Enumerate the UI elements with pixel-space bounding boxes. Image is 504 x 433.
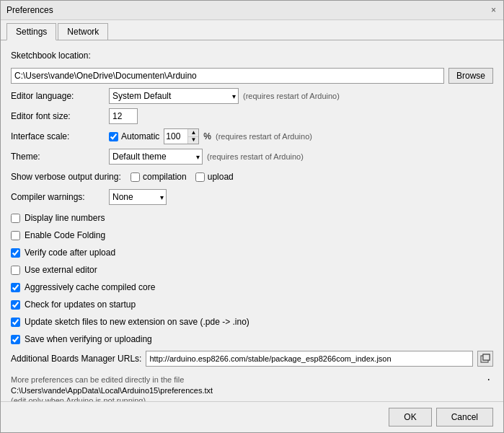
verbose-compilation-checkbox[interactable] <box>131 172 140 182</box>
footer-edit-note: (edit only when Arduino is not running) <box>11 395 493 402</box>
bottom-bar: OK Cancel <box>1 401 503 432</box>
check-updates-checkbox[interactable] <box>11 300 20 310</box>
display-line-label: Display line numbers <box>25 213 105 223</box>
cancel-button[interactable]: Cancel <box>436 408 493 427</box>
title-bar: Preferences × <box>1 1 503 20</box>
editor-font-input[interactable] <box>109 108 138 124</box>
scale-spinner: ▲ ▼ <box>164 128 199 144</box>
verbose-label: Show verbose output during: <box>11 172 126 182</box>
spinner-buttons: ▲ ▼ <box>187 129 198 144</box>
checkbox-update-sketch-row: Update sketch files to new extension on … <box>11 315 493 329</box>
checkbox-check-updates-row: Check for updates on startup <box>11 297 493 312</box>
theme-select[interactable]: Default theme <box>109 149 203 165</box>
interface-scale-note: (requires restart of Arduino) <box>216 132 312 141</box>
save-verify-checkbox[interactable] <box>11 335 20 344</box>
auto-scale-checkbox[interactable] <box>109 132 118 141</box>
svg-rect-2 <box>483 354 490 360</box>
tab-settings[interactable]: Settings <box>6 23 56 40</box>
preferences-window: Preferences × Settings Network Sketchboo… <box>0 0 504 433</box>
spinner-up-btn[interactable]: ▲ <box>188 129 198 137</box>
update-sketch-label: Update sketch files to new extension on … <box>25 317 249 327</box>
close-button[interactable]: × <box>490 6 498 14</box>
editor-font-row: Editor font size: <box>11 108 493 124</box>
cache-core-label: Aggressively cache compiled core <box>25 282 155 292</box>
checkbox-external-editor-row: Use external editor <box>11 263 493 277</box>
theme-label: Theme: <box>11 152 105 162</box>
verbose-upload-checkbox[interactable] <box>195 172 205 182</box>
theme-row: Theme: Default theme (requires restart o… <box>11 149 493 165</box>
sketchbook-input-row: Browse <box>11 68 493 84</box>
tab-network[interactable]: Network <box>58 23 108 40</box>
external-link-icon <box>480 354 490 364</box>
boards-url-icon-button[interactable] <box>477 351 493 367</box>
settings-content: Sketchbook location: Browse Editor langu… <box>1 40 503 401</box>
window-title: Preferences <box>6 5 53 15</box>
checkbox-display-line-row: Display line numbers <box>11 211 493 225</box>
cache-core-checkbox[interactable] <box>11 283 20 292</box>
upload-check-wrapper: upload <box>195 172 234 182</box>
check-updates-label: Check for updates on startup <box>25 299 136 310</box>
boards-url-input[interactable] <box>146 351 473 367</box>
sketchbook-input[interactable] <box>11 68 444 84</box>
compiler-warnings-label: Compiler warnings: <box>11 192 105 202</box>
sketchbook-row: Sketchbook location: <box>11 48 493 64</box>
compilation-label: compilation <box>143 172 187 182</box>
compiler-warnings-select[interactable]: None Default More All <box>109 189 167 205</box>
ok-button[interactable]: OK <box>389 408 431 427</box>
compilation-check-wrapper: compilation <box>131 172 187 182</box>
browse-button[interactable]: Browse <box>448 68 493 84</box>
tabs-bar: Settings Network <box>1 20 503 40</box>
footer-path: C:\Users\vande\AppData\Local\Arduino15\p… <box>11 386 493 395</box>
auto-scale-check-wrapper: Automatic <box>109 131 159 141</box>
editor-language-label: Editor language: <box>11 91 105 101</box>
save-verify-label: Save when verifying or uploading <box>25 334 152 344</box>
dot-indicator: · <box>487 374 490 385</box>
code-folding-checkbox[interactable] <box>11 231 20 240</box>
editor-language-note: (requires restart of Arduino) <box>243 92 340 100</box>
editor-language-select-wrapper: System Default <box>109 88 239 104</box>
verbose-row: Show verbose output during: compilation … <box>11 169 493 185</box>
editor-language-row: Editor language: System Default (require… <box>11 88 493 104</box>
auto-scale-label: Automatic <box>121 131 159 141</box>
footer-note: More preferences can be edited directly … <box>11 374 493 386</box>
boards-url-label: Additional Boards Manager URLs: <box>11 354 141 364</box>
checkbox-verify-code-row: Verify code after upload <box>11 245 493 260</box>
update-sketch-checkbox[interactable] <box>11 318 20 327</box>
code-folding-label: Enable Code Folding <box>25 230 105 240</box>
compiler-warnings-select-wrapper: None Default More All <box>109 189 167 205</box>
checkboxes-group: Display line numbers Enable Code Folding… <box>11 211 493 346</box>
interface-scale-row: Interface scale: Automatic ▲ ▼ % (requir… <box>11 128 493 144</box>
theme-note: (requires restart of Arduino) <box>207 152 304 161</box>
external-editor-checkbox[interactable] <box>11 266 20 275</box>
sketchbook-label: Sketchbook location: <box>11 51 97 61</box>
upload-label: upload <box>208 172 234 182</box>
footer-section: More preferences can be edited directly … <box>11 374 493 401</box>
percent-label: % <box>203 131 211 141</box>
editor-font-label: Editor font size: <box>11 111 105 121</box>
interface-scale-label: Interface scale: <box>11 131 105 141</box>
checkbox-code-folding-row: Enable Code Folding <box>11 228 493 242</box>
scale-value-input[interactable] <box>164 129 187 144</box>
theme-select-wrapper: Default theme <box>109 149 203 165</box>
spinner-down-btn[interactable]: ▼ <box>188 137 198 144</box>
compiler-warnings-row: Compiler warnings: None Default More All <box>11 189 493 205</box>
display-line-checkbox[interactable] <box>11 214 20 223</box>
checkbox-save-verify-row: Save when verifying or uploading <box>11 332 493 346</box>
external-editor-label: Use external editor <box>25 265 97 275</box>
verify-code-checkbox[interactable] <box>11 248 20 258</box>
editor-language-select[interactable]: System Default <box>109 88 239 104</box>
boards-url-row: Additional Boards Manager URLs: <box>11 351 493 367</box>
verify-code-label: Verify code after upload <box>25 248 115 258</box>
checkbox-cache-core-row: Aggressively cache compiled core <box>11 280 493 294</box>
